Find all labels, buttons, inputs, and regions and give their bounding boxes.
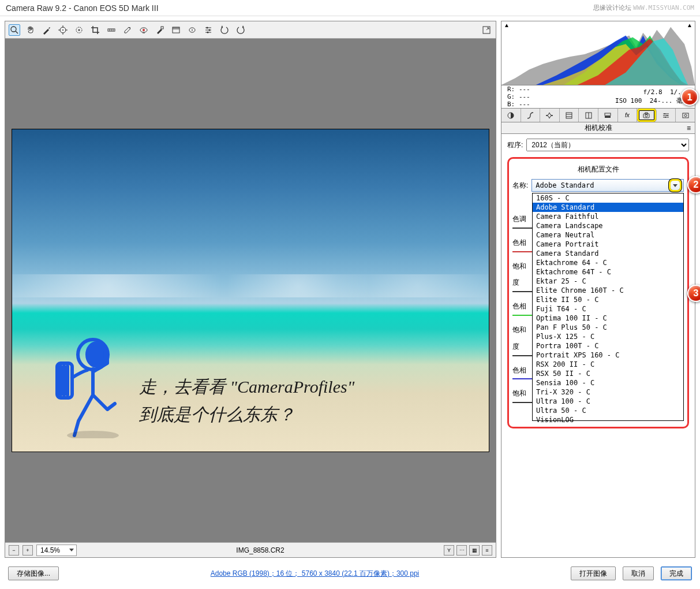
cancel-button[interactable]: 取消 (623, 566, 654, 580)
zoom-level-select[interactable]: 14.5% (36, 545, 77, 556)
profile-option[interactable]: RSX 50 II - C (533, 369, 683, 378)
profile-name-select[interactable]: Adobe Standard (531, 179, 684, 192)
tab-detail[interactable] (540, 109, 560, 122)
tab-hsl[interactable] (560, 109, 579, 122)
filter-icon[interactable]: Y (444, 545, 454, 556)
svg-point-9 (78, 29, 80, 31)
profile-option[interactable]: Portra 100T - C (533, 341, 683, 351)
white-balance-tool[interactable] (41, 24, 53, 36)
profile-option[interactable]: Camera Landscape (533, 221, 683, 230)
svg-point-0 (11, 27, 16, 32)
spot-removal-tool[interactable] (122, 24, 133, 36)
list-icon[interactable]: ≡ (482, 545, 492, 556)
filename-label: IMG_8858.CR2 (80, 546, 440, 554)
profile-option[interactable]: Tri-X 320 - C (533, 387, 683, 397)
profile-option[interactable]: Camera Standard (533, 249, 683, 258)
radial-filter-tool[interactable] (186, 24, 198, 36)
tab-lens[interactable] (598, 109, 618, 122)
image-preview: 走，去看看 "CameraProfiles" 到底是个什么东东？ (12, 129, 489, 452)
profile-option[interactable]: Ektachrome 64 - C (533, 258, 683, 267)
window-title: Camera Raw 9.2 - Canon EOS 5D Mark III (6, 3, 159, 13)
chevron-down-icon (671, 181, 680, 190)
svg-point-31 (87, 343, 106, 366)
profile-option[interactable]: Adobe Standard (533, 203, 683, 212)
svg-point-27 (209, 29, 211, 31)
profile-option[interactable]: Optima 100 II - C (533, 314, 683, 323)
profile-option[interactable]: Camera Portrait (533, 240, 683, 249)
callout-1: 1 (681, 88, 698, 106)
profile-option[interactable]: Elite Chrome 160T - C (533, 286, 683, 295)
profile-option[interactable]: Camera Faithful (533, 212, 683, 221)
open-image-button[interactable]: 打开图像 (571, 566, 616, 580)
grid-icon[interactable]: ▦ (469, 545, 480, 556)
highlighted-region: 相机配置文件 名称: Adobe Standard 色调 色相 饱和度 色相 饱… (507, 157, 689, 428)
profile-option[interactable]: RSX 200 II - C (533, 360, 683, 369)
color-sampler-tool[interactable] (57, 24, 69, 36)
svg-line-1 (16, 31, 18, 33)
preview-area[interactable]: 走，去看看 "CameraProfiles" 到底是个什么东东？ (5, 39, 496, 542)
profile-dropdown[interactable]: 160S - CAdobe StandardCamera FaithfulCam… (532, 193, 684, 421)
zoom-tool[interactable] (9, 24, 20, 36)
profile-option[interactable]: Ultra 100 - C (533, 397, 683, 406)
rotate-cw-tool[interactable] (235, 24, 246, 36)
prefs-tool[interactable] (203, 24, 214, 36)
preview-caption: 走，去看看 "CameraProfiles" 到底是个什么东东？ (139, 373, 354, 428)
profile-option[interactable]: Sensia 100 - C (533, 378, 683, 387)
highlight-clip-icon[interactable]: ▲ (687, 23, 692, 28)
rating-icon[interactable]: ⋯ (456, 545, 467, 556)
callout-2: 2 (687, 176, 700, 193)
process-select[interactable]: 2012（当前） (526, 139, 689, 151)
profile-option[interactable]: Fuji T64 - C (533, 304, 683, 314)
profile-option[interactable]: VisionLOG (533, 415, 683, 424)
hand-tool[interactable] (25, 24, 36, 36)
redeye-tool[interactable] (138, 24, 149, 36)
tab-basic[interactable] (501, 109, 521, 122)
save-image-button[interactable]: 存储图像... (8, 566, 59, 580)
straighten-tool[interactable] (106, 24, 117, 36)
camera-calibration-panel: 程序: 2012（当前） 相机配置文件 名称: Adobe Standard 色… (501, 134, 695, 558)
profile-option[interactable]: 160S - C (533, 193, 683, 203)
astronaut-icon (53, 334, 128, 440)
tab-snapshots[interactable] (676, 109, 695, 122)
workflow-link[interactable]: Adobe RGB (1998)；16 位； 5760 x 3840 (22.1… (211, 569, 420, 579)
svg-rect-43 (605, 113, 611, 115)
tab-split[interactable] (579, 109, 598, 122)
profile-option[interactable]: Ultra 50 - C (533, 406, 683, 415)
profile-option[interactable]: Camera Neutral (533, 230, 683, 240)
callout-3: 3 (687, 285, 700, 302)
profile-option[interactable]: Pan F Plus 50 - C (533, 323, 683, 332)
chevron-down-icon (69, 549, 74, 551)
tab-camera-calibration[interactable] (637, 109, 657, 122)
preview-panel: 走，去看看 "CameraProfiles" 到底是个什么东东？ − + 14.… (5, 21, 496, 558)
zoom-in-icon[interactable]: + (23, 545, 33, 556)
fullscreen-toggle[interactable] (481, 24, 492, 36)
svg-point-47 (645, 114, 647, 117)
panel-menu-icon[interactable]: ≡ (687, 124, 691, 132)
svg-point-28 (207, 31, 209, 33)
profile-option[interactable]: Elite II 50 - C (533, 295, 683, 304)
info-readout: R: --- G: --- B: --- f/2.8 1/... ISO 100… (501, 85, 695, 109)
done-button[interactable]: 完成 (661, 566, 692, 580)
profile-option[interactable]: Portrait XPS 160 - C (533, 351, 683, 360)
branding: 思缘设计论坛 WWW.MISSYUAN.COM (593, 3, 694, 12)
tab-presets[interactable] (657, 109, 676, 122)
zoom-out-icon[interactable]: − (9, 545, 19, 556)
graduated-filter-tool[interactable] (170, 24, 182, 36)
svg-rect-18 (161, 27, 163, 29)
profile-option[interactable]: Ektachrome 64T - C (533, 267, 683, 277)
targeted-adjust-tool[interactable] (73, 24, 85, 36)
svg-point-14 (129, 27, 130, 28)
svg-rect-38 (566, 113, 572, 118)
hidden-slider-labels: 色调 色相 饱和度 色相 饱和度 色相 饱和 (512, 211, 532, 409)
svg-point-53 (665, 117, 666, 118)
crop-tool[interactable] (89, 24, 101, 36)
adjustment-brush-tool[interactable] (154, 24, 166, 36)
tab-fx[interactable]: fx (618, 109, 638, 122)
svg-point-16 (143, 29, 145, 31)
profile-option[interactable]: Plus-X 125 - C (533, 332, 683, 341)
rotate-ccw-tool[interactable] (219, 24, 230, 36)
profile-option[interactable]: Ektar 25 - C (533, 277, 683, 286)
histogram[interactable]: ▲ ▲ (501, 21, 695, 85)
tab-curve[interactable] (521, 109, 541, 122)
shadow-clip-icon[interactable]: ▲ (504, 23, 510, 28)
